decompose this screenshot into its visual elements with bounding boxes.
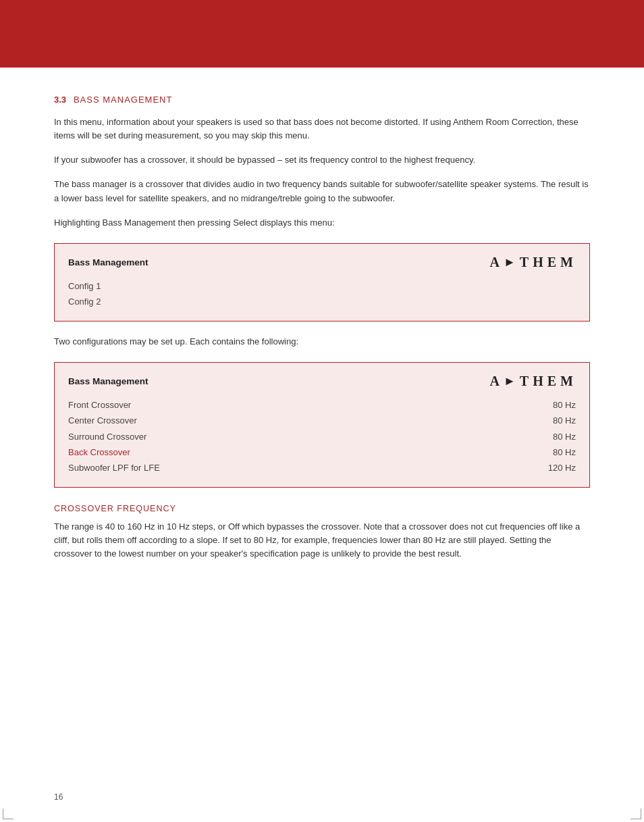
menu-box-1: Bass Management A ► T H E M Config 1 Con… — [54, 243, 590, 322]
logo-m: M — [560, 255, 576, 270]
menu-row-back: Back Crossover 80 Hz — [68, 444, 576, 460]
menu-row-front: Front Crossover 80 Hz — [68, 397, 576, 413]
paragraph-3: The bass manager is a crossover that div… — [54, 178, 590, 205]
menu-row-surround: Surround Crossover 80 Hz — [68, 429, 576, 444]
menu-title-2: Bass Management — [68, 376, 149, 386]
anthem-logo-2: A ► T H E M — [490, 374, 576, 389]
menu-item-config2: Config 2 — [68, 294, 576, 309]
label-center-crossover: Center Crossover — [68, 413, 137, 428]
label-front-crossover: Front Crossover — [68, 397, 131, 413]
logo-t: T — [520, 255, 531, 270]
logo-e: E — [547, 255, 559, 270]
menu-header-1: Bass Management A ► T H E M — [68, 255, 576, 270]
between-text: Two configurations may be set up. Each c… — [54, 335, 590, 349]
logo-h: H — [533, 255, 546, 270]
paragraph-2: If your subwoofer has a crossover, it sh… — [54, 153, 590, 167]
logo-h-2: H — [533, 374, 546, 389]
logo-e-2: E — [547, 374, 559, 389]
menu-rows: Front Crossover 80 Hz Center Crossover 8… — [68, 397, 576, 476]
logo-flag-2: ► — [504, 374, 518, 388]
menu-row-center: Center Crossover 80 Hz — [68, 413, 576, 428]
page-number: 16 — [54, 792, 63, 802]
label-back-crossover: Back Crossover — [68, 444, 130, 460]
menu-header-2: Bass Management A ► T H E M — [68, 374, 576, 389]
anthem-logo-1: A ► T H E M — [490, 255, 576, 270]
value-front-crossover: 80 Hz — [553, 397, 576, 413]
menu-items-1: Config 1 Config 2 — [68, 278, 576, 310]
paragraph-4: Highlighting Bass Management then pressi… — [54, 216, 590, 230]
menu-row-subwoofer: Subwoofer LPF for LFE 120 Hz — [68, 460, 576, 476]
corner-mark-bl — [3, 808, 14, 819]
value-center-crossover: 80 Hz — [553, 413, 576, 428]
menu-item-config1: Config 1 — [68, 278, 576, 294]
logo-m-2: M — [560, 374, 576, 389]
value-surround-crossover: 80 Hz — [553, 429, 576, 444]
top-banner — [0, 0, 644, 68]
logo-t-2: T — [520, 374, 531, 389]
section-heading: 3.3 BASS MANAGEMENT — [54, 95, 590, 105]
label-subwoofer-lpf: Subwoofer LPF for LFE — [68, 460, 160, 476]
corner-mark-br — [630, 808, 641, 819]
paragraph-1: In this menu, information about your spe… — [54, 115, 590, 143]
crossover-text: The range is 40 to 160 Hz in 10 Hz steps… — [54, 520, 590, 561]
logo-a-2: A — [490, 374, 502, 389]
value-subwoofer-lpf: 120 Hz — [548, 460, 576, 476]
logo-flag: ► — [504, 255, 518, 269]
main-content: 3.3 BASS MANAGEMENT In this menu, inform… — [0, 68, 644, 612]
logo-a: A — [490, 255, 502, 270]
crossover-frequency-title: CROSSOVER FREQUENCY — [54, 504, 590, 513]
menu-title-1: Bass Management — [68, 257, 149, 267]
section-title: BASS MANAGEMENT — [74, 95, 172, 105]
section-number: 3.3 — [54, 95, 66, 105]
menu-box-2: Bass Management A ► T H E M Front Crosso… — [54, 362, 590, 488]
value-back-crossover: 80 Hz — [553, 444, 576, 460]
label-surround-crossover: Surround Crossover — [68, 429, 146, 444]
